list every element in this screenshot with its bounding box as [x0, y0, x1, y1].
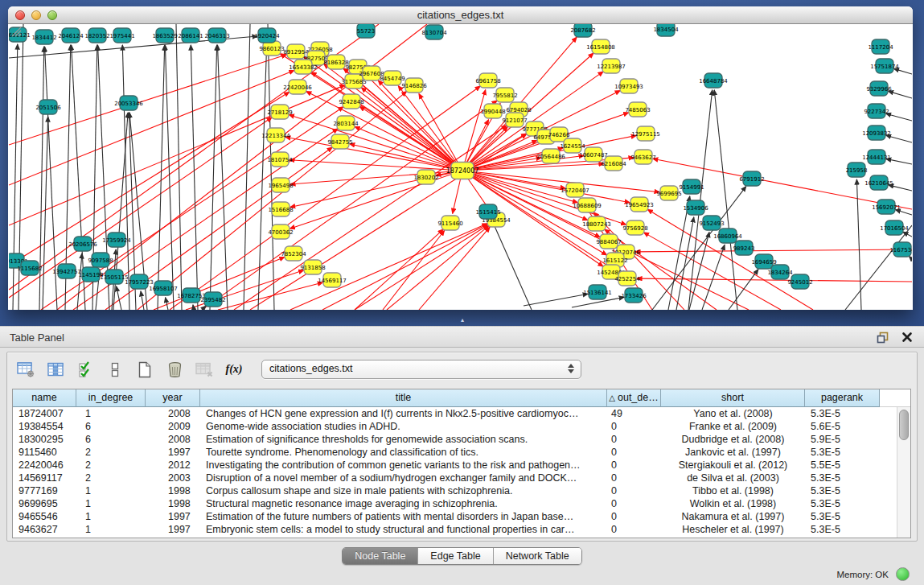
graph-edge: [166, 298, 168, 310]
table-cell: 0: [607, 497, 661, 510]
status-bar: Memory: OK: [0, 564, 924, 585]
table-cell: Stergiakouli et al. (2012): [661, 459, 805, 472]
table-row[interactable]: 1938455462009Genome-wide association stu…: [13, 420, 910, 433]
close-panel-icon[interactable]: [901, 332, 913, 343]
float-window-icon[interactable]: [877, 332, 889, 344]
graph-node-label: 20206576: [68, 241, 97, 248]
table-cell: 5.3E-5: [805, 407, 880, 420]
graph-node-label: 10688609: [573, 203, 602, 209]
network-window[interactable]: citations_edges.txt 18724007986012389129…: [8, 6, 913, 310]
scrollbar-thumb[interactable]: [899, 410, 909, 440]
column-header-out-degree[interactable]: out_de…: [607, 389, 661, 407]
table-cell: 9115460: [13, 446, 76, 459]
graph-node-label: 13942757: [52, 269, 81, 275]
graph-edge: [355, 225, 488, 310]
table-cell: 0: [607, 433, 661, 446]
table-row[interactable]: 1872400712008Changes of HCN gene express…: [13, 407, 910, 420]
new-column-icon[interactable]: [134, 359, 155, 380]
table-scrollbar[interactable]: [897, 407, 910, 538]
table-cell: Franke et al. (2009): [661, 420, 805, 433]
table-cell: 0: [607, 472, 661, 484]
table-cell: Wolkin et al. (1998): [661, 497, 805, 510]
table-row[interactable]: 1830029562008Estimation of significance …: [13, 433, 910, 446]
graph-node-label: 18724007: [446, 167, 479, 175]
table-row[interactable]: 2242004622012Investigating the contribut…: [13, 459, 910, 472]
graph-edge: [676, 217, 694, 310]
panel-splitter-handle[interactable]: ▴: [458, 317, 467, 323]
graph-node-label: 2046124: [58, 33, 84, 39]
table-mode-icon[interactable]: [15, 359, 36, 380]
graph-node-label: 16154808: [586, 44, 615, 51]
table-cell: 0: [607, 523, 661, 536]
graph-node-label: 1624554: [560, 143, 585, 150]
table-row[interactable]: 1456911722003Disruption of a novel membe…: [13, 472, 910, 484]
tab-network-table[interactable]: Network Table: [493, 548, 581, 564]
graph-node-label: 2395482: [200, 297, 225, 303]
table-header-row: name in_degree year title out_de… short …: [13, 389, 910, 407]
column-header-short[interactable]: short: [661, 389, 805, 407]
table-cell: 0: [607, 484, 661, 497]
graph-node-label: 6216084: [601, 161, 626, 167]
table-body: 1872400712008Changes of HCN gene express…: [13, 407, 910, 536]
network-view-canvas[interactable]: 1872400798601238912954222605898275091654…: [9, 24, 912, 310]
network-window-title: citations_edges.txt: [8, 9, 913, 21]
memory-status-indicator[interactable]: [896, 567, 910, 581]
table-cell: 5.5E-5: [805, 459, 880, 472]
table-cell: 5.3E-5: [805, 510, 880, 523]
show-columns-icon[interactable]: [45, 359, 66, 380]
function-builder-icon[interactable]: f(x): [224, 359, 244, 380]
graph-node-label: 15720407: [561, 187, 589, 194]
table-cell: 2: [76, 472, 146, 484]
column-header-in-degree[interactable]: in_degree: [76, 389, 146, 407]
graph-node-label: 12213987: [597, 64, 626, 70]
table-cell: 0: [607, 446, 661, 459]
tab-edge-table[interactable]: Edge Table: [417, 548, 492, 564]
graph-edge: [643, 233, 781, 310]
graph-node-label: 746266: [548, 132, 570, 138]
graph-node-label: 15136141: [583, 290, 612, 296]
graph-edge: [889, 91, 912, 98]
delete-column-icon[interactable]: [164, 359, 185, 380]
graph-node-label: 9121077: [502, 117, 527, 124]
table-cell: 9465546: [13, 510, 76, 523]
graph-node-label: 15692071: [872, 204, 901, 211]
delete-table-icon[interactable]: [194, 359, 215, 380]
table-row[interactable]: 946362711997Embryonic stem cells: a mode…: [13, 523, 910, 536]
column-header-title[interactable]: title: [200, 389, 607, 407]
column-header-pagerank[interactable]: pagerank: [805, 389, 880, 407]
table-cell: 0: [607, 459, 661, 472]
table-row[interactable]: 911546021997Tourette syndrome. Phenomeno…: [13, 446, 910, 459]
table-row[interactable]: 946554611997Estimation of the future num…: [13, 510, 910, 523]
graph-node-label: 17016504: [880, 225, 909, 232]
table-cell: Jankovic et al. (1997): [661, 446, 805, 459]
table-cell: 2012: [146, 459, 200, 472]
graph-node-label: 1115682: [17, 266, 42, 272]
column-header-name[interactable]: name: [13, 389, 76, 407]
table-cell: Disruption of a novel member of a sodium…: [200, 472, 607, 484]
graph-edge: [268, 24, 274, 310]
column-header-year[interactable]: year: [146, 389, 200, 407]
graph-node-label: 1990448: [480, 109, 505, 115]
graph-edge: [714, 90, 737, 310]
graph-edge: [176, 24, 182, 310]
unselect-all-columns-icon[interactable]: [105, 359, 125, 380]
resize-grip-icon[interactable]: [9, 24, 22, 37]
graph-node-label: 1830202: [413, 175, 438, 181]
table-cell: 6: [76, 420, 146, 433]
graph-node-label: 8130704: [421, 30, 447, 36]
tab-node-table[interactable]: Node Table: [343, 548, 417, 564]
table-cell: 19384554: [13, 420, 76, 433]
table-cell: 1997: [146, 510, 200, 523]
graph-node-label: 1117204: [868, 44, 893, 51]
table-select-dropdown[interactable]: citations_edges.txt: [261, 360, 581, 379]
table-row[interactable]: 969969511998Structural magnetic resonanc…: [13, 497, 910, 510]
graph-node-label: 6961758: [475, 78, 500, 84]
graph-node-label: 7852304: [281, 251, 306, 257]
select-all-columns-icon[interactable]: [75, 359, 96, 380]
graph-edge: [909, 256, 912, 259]
table-cell: Dudbridge et al. (2008): [661, 433, 805, 446]
network-window-titlebar[interactable]: citations_edges.txt: [8, 6, 913, 24]
table-row[interactable]: 977716911998Corpus callosum shape and si…: [13, 484, 910, 497]
graph-node-label: 1834264: [767, 270, 793, 276]
graph-node-label: 1515415: [475, 209, 500, 216]
